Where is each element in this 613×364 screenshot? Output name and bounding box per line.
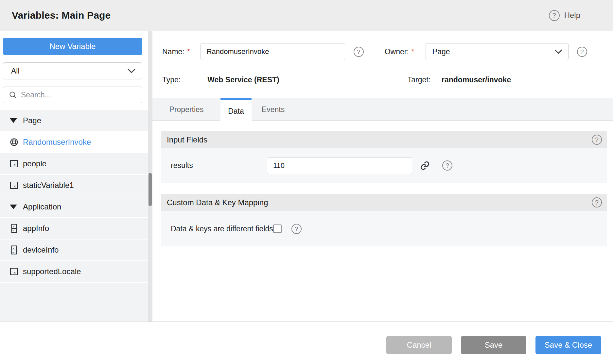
list-filler — [0, 283, 148, 321]
system-variable-icon: x ∞ — [11, 245, 17, 255]
help-label: Help — [564, 11, 580, 20]
variable-list: Page RandomuserInvoke — [0, 110, 148, 321]
dialog-header: Variables: Main Page ? Help — [0, 0, 613, 31]
sidebar-item-page-group[interactable]: Page — [0, 110, 148, 131]
input-fields-body: results ? — [161, 148, 607, 183]
owner-value: Page — [432, 47, 450, 56]
save-button[interactable]: Save — [461, 336, 526, 354]
owner-select[interactable]: Page — [426, 43, 569, 60]
help-button[interactable]: ? Help — [549, 10, 580, 21]
sidebar-item-staticvariable1[interactable]: x staticVariable1 — [0, 175, 148, 196]
svg-text:x: x — [13, 184, 16, 189]
collapse-triangle-icon[interactable] — [10, 118, 17, 123]
different-fields-checkbox[interactable] — [273, 224, 282, 233]
input-fields-help-icon[interactable]: ? — [592, 135, 602, 145]
variable-label: staticVariable1 — [23, 181, 74, 190]
sidebar-item-application-group[interactable]: Application — [0, 196, 148, 217]
input-fields-header: Input Fields ? — [161, 131, 607, 148]
variable-label: appInfo — [23, 224, 49, 233]
variables-sidebar: New Variable All Page — [0, 31, 148, 322]
type-value: Web Service (REST) — [207, 75, 279, 84]
target-value: randomuser/invoke — [442, 75, 511, 84]
name-label: Name: — [162, 47, 184, 56]
search-box — [3, 87, 142, 103]
input-fields-section: Input Fields ? results ? — [161, 131, 607, 183]
svg-text:∞: ∞ — [12, 251, 14, 254]
sidebar-item-supportedlocale[interactable]: x supportedLocale — [0, 261, 148, 282]
variable-detail-panel: Name: * ? Owner: * Page ? Type: Web Serv… — [152, 31, 613, 322]
variables-dialog: Variables: Main Page ? Help New Variable… — [0, 0, 613, 364]
sidebar-scrollbar-track[interactable] — [148, 31, 152, 322]
name-owner-row: Name: * ? Owner: * Page ? — [162, 43, 587, 60]
group-label: Page — [23, 116, 41, 125]
web-service-globe-icon — [10, 138, 18, 146]
svg-text:x: x — [12, 246, 14, 250]
svg-text:x: x — [13, 270, 16, 275]
variable-label: RandomuserInvoke — [23, 138, 91, 147]
dialog-footer: Cancel Save Save & Close — [0, 322, 613, 364]
page-title: Variables: Main Page — [12, 10, 111, 21]
filter-value: All — [11, 67, 20, 75]
sidebar-item-randomuserinvoke[interactable]: RandomuserInvoke — [0, 132, 148, 153]
results-help-icon[interactable]: ? — [442, 160, 452, 171]
dialog-body: New Variable All Page — [0, 31, 613, 322]
tab-data[interactable]: Data — [220, 98, 252, 122]
variable-label: people — [23, 159, 46, 168]
chevron-down-icon — [554, 49, 562, 54]
type-label: Type: — [162, 75, 181, 84]
sidebar-item-deviceinfo[interactable]: x ∞ deviceInfo — [0, 240, 148, 260]
owner-label: Owner: — [385, 47, 409, 56]
help-circle-icon: ? — [549, 10, 560, 21]
custom-mapping-title: Custom Data & Key Mapping — [167, 198, 268, 207]
different-fields-help-icon[interactable]: ? — [291, 224, 302, 234]
custom-mapping-section: Custom Data & Key Mapping ? Data & keys … — [161, 194, 607, 246]
sidebar-item-people[interactable]: x people — [0, 153, 148, 174]
custom-mapping-help-icon[interactable]: ? — [592, 197, 602, 207]
results-input[interactable] — [267, 157, 412, 174]
name-help-icon[interactable]: ? — [354, 47, 364, 57]
sidebar-scrollbar-thumb[interactable] — [149, 173, 152, 206]
target-label: Target: — [408, 75, 430, 84]
sidebar-item-appinfo[interactable]: x ∞ appInfo — [0, 218, 148, 239]
owner-required-asterisk: * — [412, 47, 414, 56]
search-input[interactable] — [21, 91, 132, 99]
variable-filter-select[interactable]: All — [3, 62, 142, 79]
custom-mapping-header: Custom Data & Key Mapping ? — [161, 194, 607, 211]
custom-mapping-body: Data & keys are different fields ? — [161, 211, 607, 246]
bind-link-icon[interactable] — [420, 161, 430, 171]
group-label: Application — [23, 202, 61, 211]
detail-tab-strip: Properties Data Events — [152, 98, 613, 121]
different-fields-checkbox-label: Data & keys are different fields — [171, 224, 273, 233]
variable-label: deviceInfo — [23, 245, 59, 255]
tab-properties[interactable]: Properties — [152, 98, 220, 121]
static-variable-icon: x — [10, 159, 18, 168]
svg-text:∞: ∞ — [12, 229, 14, 232]
name-input[interactable] — [201, 43, 345, 60]
svg-text:x: x — [12, 225, 14, 228]
chevron-down-icon — [128, 69, 135, 74]
collapse-triangle-icon[interactable] — [10, 205, 17, 209]
system-variable-icon: x ∞ — [11, 224, 17, 233]
owner-help-icon[interactable]: ? — [577, 47, 587, 57]
search-icon — [9, 91, 17, 99]
results-field-label: results — [171, 161, 267, 170]
type-target-row: Type: Web Service (REST) Target: randomu… — [162, 71, 511, 88]
tab-events[interactable]: Events — [252, 98, 295, 121]
new-variable-button[interactable]: New Variable — [3, 38, 142, 55]
cancel-button[interactable]: Cancel — [386, 336, 452, 354]
save-and-close-button[interactable]: Save & Close — [535, 336, 601, 354]
variable-label: supportedLocale — [23, 267, 81, 276]
svg-text:x: x — [13, 162, 16, 167]
static-variable-icon: x — [10, 267, 18, 276]
static-variable-icon: x — [10, 181, 18, 190]
name-required-asterisk: * — [187, 47, 190, 56]
input-fields-title: Input Fields — [167, 135, 207, 144]
